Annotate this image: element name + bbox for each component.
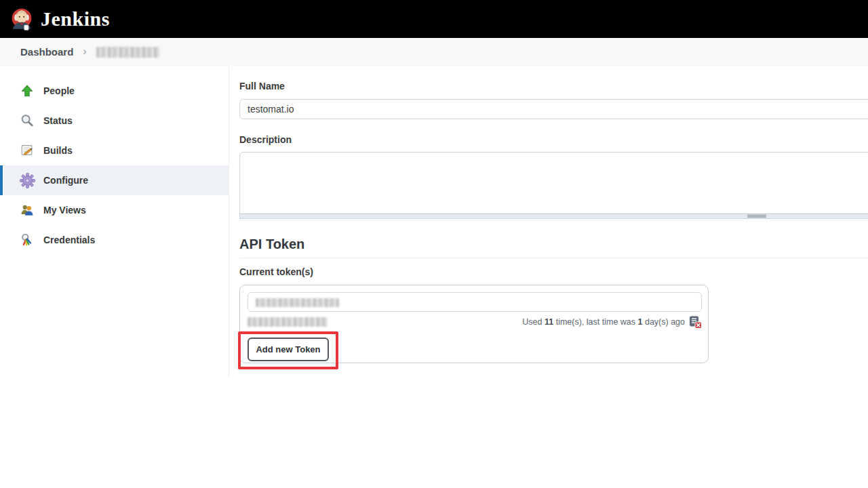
resize-grip-icon: [747, 214, 766, 218]
people-group-icon: [19, 202, 35, 218]
token-created-date-redacted: [248, 317, 328, 327]
section-divider: [239, 258, 868, 258]
description-textarea[interactable]: [239, 152, 868, 214]
add-new-token-button[interactable]: Add new Token: [248, 338, 329, 361]
sidebar-item-label: My Views: [43, 205, 86, 216]
textarea-resize-handle[interactable]: [239, 214, 868, 219]
breadcrumb: Dashboard ›: [0, 38, 868, 66]
main-content: Full Name Description API Token Current …: [239, 66, 868, 488]
credentials-icon: [19, 232, 35, 248]
token-usage-row: Used 11 time(s), last time was 1 day(s) …: [248, 315, 702, 329]
token-name-redacted: [256, 298, 339, 307]
sidebar-item-builds[interactable]: Builds: [0, 136, 229, 165]
sidebar-item-label: Status: [43, 115, 73, 126]
usage-count: 11: [545, 317, 553, 327]
sidebar: People Status Builds: [0, 66, 229, 378]
notepad-icon: [19, 142, 35, 159]
full-name-label: Full Name: [239, 81, 285, 92]
sidebar-item-credentials[interactable]: Credentials: [0, 225, 229, 255]
sidebar-item-label: People: [43, 85, 75, 96]
jenkins-butler-icon: [9, 7, 34, 31]
revoke-token-icon[interactable]: [688, 315, 702, 329]
sidebar-item-my-views[interactable]: My Views: [0, 195, 229, 225]
description-label: Description: [239, 134, 292, 145]
jenkins-home-link[interactable]: Jenkins: [9, 7, 110, 31]
sidebar-item-people[interactable]: People: [0, 76, 229, 106]
token-usage-text: Used 11 time(s), last time was 1 day(s) …: [522, 317, 685, 327]
top-header: Jenkins: [0, 0, 868, 38]
up-arrow-icon: [19, 83, 35, 99]
breadcrumb-username-redacted[interactable]: [96, 47, 159, 58]
app-title: Jenkins: [41, 7, 110, 30]
token-entry-card: Used 11 time(s), last time was 1 day(s) …: [239, 285, 709, 363]
chevron-right-icon: ›: [83, 45, 86, 58]
breadcrumb-dashboard[interactable]: Dashboard: [20, 46, 73, 58]
sidebar-item-status[interactable]: Status: [0, 106, 229, 136]
sidebar-item-label: Configure: [43, 175, 88, 186]
current-tokens-label: Current token(s): [239, 266, 313, 277]
token-name-input[interactable]: [248, 292, 702, 312]
full-name-input[interactable]: [239, 99, 868, 119]
sidebar-item-label: Builds: [43, 145, 73, 156]
search-icon: [19, 113, 35, 129]
sidebar-item-configure[interactable]: Configure: [0, 165, 229, 195]
gear-icon: [19, 172, 35, 188]
api-token-section-title: API Token: [239, 237, 304, 252]
sidebar-item-label: Credentials: [43, 235, 95, 245]
